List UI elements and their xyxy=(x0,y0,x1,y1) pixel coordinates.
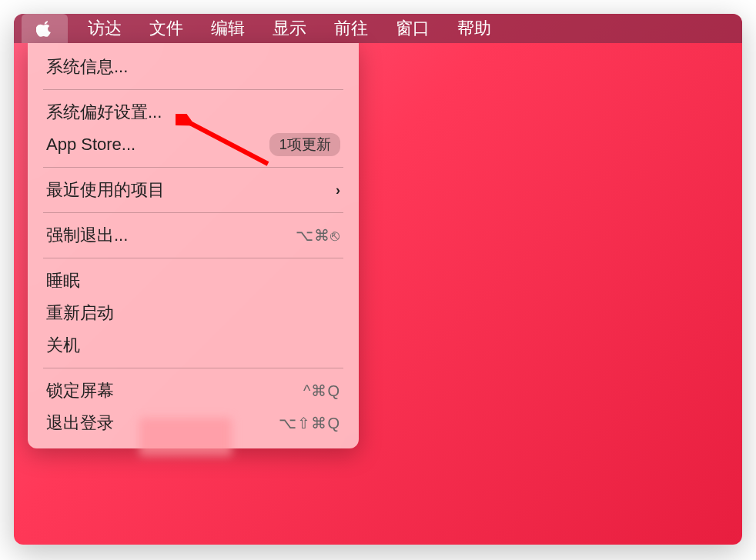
menu-item-label: 锁定屏幕 xyxy=(46,379,303,402)
redacted-area xyxy=(139,418,232,456)
menu-window[interactable]: 窗口 xyxy=(382,17,443,40)
menu-divider xyxy=(43,89,343,90)
menu-file[interactable]: 文件 xyxy=(135,17,197,40)
menu-divider xyxy=(43,258,343,258)
menu-sleep[interactable]: 睡眠 xyxy=(28,265,359,297)
menu-help[interactable]: 帮助 xyxy=(443,17,505,40)
menu-shutdown[interactable]: 关机 xyxy=(28,329,359,362)
menu-finder[interactable]: 访达 xyxy=(74,17,135,40)
menu-item-label: App Store... xyxy=(46,135,269,155)
chevron-right-icon: › xyxy=(336,182,340,198)
menu-divider xyxy=(43,167,343,168)
menu-app-store[interactable]: App Store... 1项更新 xyxy=(28,128,359,161)
menu-item-label: 重新启动 xyxy=(46,302,340,325)
menu-item-label: 强制退出... xyxy=(46,224,296,247)
menu-go[interactable]: 前往 xyxy=(320,17,382,40)
menu-divider xyxy=(43,212,343,213)
menubar: 访达 文件 编辑 显示 前往 窗口 帮助 xyxy=(14,14,742,43)
keyboard-shortcut: ^⌘Q xyxy=(303,382,340,400)
menu-item-label: 睡眠 xyxy=(46,269,340,292)
menu-item-label: 最近使用的项目 xyxy=(46,178,336,202)
menu-restart[interactable]: 重新启动 xyxy=(28,297,359,329)
menu-force-quit[interactable]: 强制退出... ⌥⌘⎋ xyxy=(28,219,359,252)
menu-view[interactable]: 显示 xyxy=(259,17,320,40)
apple-menu-button[interactable] xyxy=(22,14,68,43)
keyboard-shortcut: ⌥⌘⎋ xyxy=(296,226,340,245)
menu-item-label: 关机 xyxy=(46,334,340,357)
menu-recent-items[interactable]: 最近使用的项目 › xyxy=(28,174,359,206)
menu-system-preferences[interactable]: 系统偏好设置... xyxy=(28,96,359,128)
desktop: 访达 文件 编辑 显示 前往 窗口 帮助 系统信息... 系统偏好设置... A… xyxy=(14,14,742,545)
menu-divider xyxy=(43,368,343,368)
menu-edit[interactable]: 编辑 xyxy=(197,17,259,40)
keyboard-shortcut: ⌥⇧⌘Q xyxy=(279,414,340,432)
menu-lock-screen[interactable]: 锁定屏幕 ^⌘Q xyxy=(28,375,359,407)
menu-system-info[interactable]: 系统信息... xyxy=(28,51,359,83)
menu-item-label: 系统信息... xyxy=(46,55,340,78)
update-badge: 1项更新 xyxy=(269,133,340,156)
apple-icon xyxy=(36,20,53,37)
apple-menu-dropdown: 系统信息... 系统偏好设置... App Store... 1项更新 最近使用… xyxy=(28,43,359,448)
menu-item-label: 系统偏好设置... xyxy=(46,101,340,124)
